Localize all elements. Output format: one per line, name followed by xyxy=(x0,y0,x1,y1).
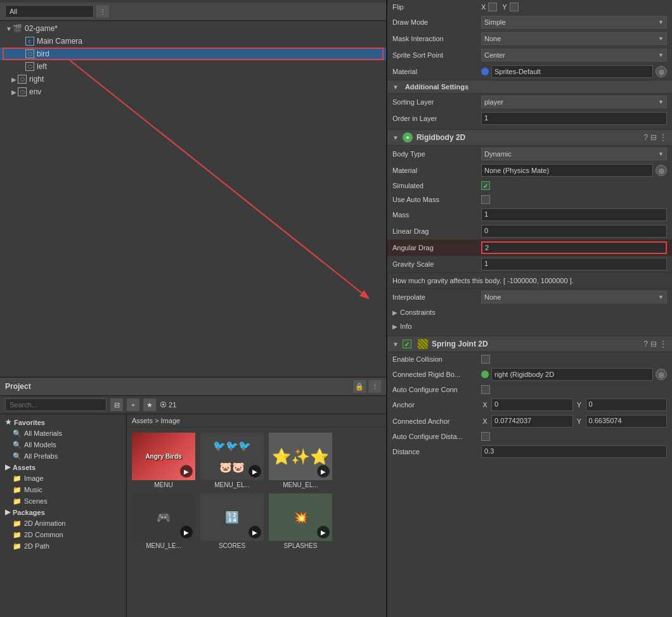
connected-rb-picker[interactable]: ◎ xyxy=(656,369,667,380)
menu-el2-play-button[interactable]: ▶ xyxy=(317,465,330,478)
2d-common-label: 2D Common xyxy=(24,531,63,538)
order-in-layer-input[interactable]: 1 xyxy=(481,112,667,125)
sidebar-all-prefabs[interactable]: 🔍 All Prefabs xyxy=(0,450,126,462)
interpolate-arrow-icon: ▼ xyxy=(658,294,664,300)
sidebar-scenes-folder[interactable]: 📁 Scenes xyxy=(0,495,126,507)
use-auto-mass-row: Use Auto Mass xyxy=(387,193,672,207)
draw-mode-dropdown[interactable]: Simple ▼ xyxy=(481,16,667,29)
gravity-scale-label: Gravity Scale xyxy=(392,260,481,268)
mass-row: Mass 1 xyxy=(387,207,672,223)
body-type-dropdown[interactable]: Dynamic ▼ xyxy=(481,148,667,160)
physics-material-input[interactable]: None (Physics Mate) xyxy=(481,164,653,177)
gravity-scale-input[interactable]: 1 xyxy=(481,258,667,270)
flip-x-checkbox[interactable] xyxy=(488,3,497,11)
menu-le-play-button[interactable]: ▶ xyxy=(180,526,193,538)
auto-configure-distance-row: Auto Configure Dista... xyxy=(387,429,672,443)
draw-mode-text: Simple xyxy=(484,18,506,26)
menu-el1-play-button[interactable]: ▶ xyxy=(249,465,261,478)
bird-label: bird xyxy=(37,49,49,58)
sidebar-image-folder[interactable]: 📁 Image xyxy=(0,473,126,484)
sj-enabled-checkbox[interactable]: ✓ xyxy=(403,340,411,348)
connected-rb-input[interactable]: right (Rigidbody 2D xyxy=(491,368,653,381)
sprite-sort-point-row: Sprite Sort Point Center ▼ xyxy=(387,47,672,63)
sprite-sort-point-dropdown[interactable]: Center ▼ xyxy=(481,49,667,61)
asset-menu-el1[interactable]: 🐦🐦🐦 🐷🐷 ▶ MENU_EL... xyxy=(200,433,264,488)
sj-help-button[interactable]: ? xyxy=(643,340,648,348)
anchor-value: X 0 Y 0 xyxy=(481,398,667,411)
mask-interaction-text: None xyxy=(484,35,501,42)
sj-settings-button[interactable]: ⊟ xyxy=(650,340,657,348)
sidebar-2d-common[interactable]: 📁 2D Common xyxy=(0,529,126,540)
distance-input[interactable]: 0.3 xyxy=(481,445,667,458)
sidebar-favorites-header[interactable]: ★ Favorites xyxy=(0,417,126,428)
anchor-y-input[interactable]: 0 xyxy=(586,398,668,411)
body-type-label: Body Type xyxy=(392,150,481,158)
body-type-text: Dynamic xyxy=(484,150,512,158)
asset-scores[interactable]: 🔢 ▶ SCORES xyxy=(200,493,264,549)
mask-interaction-dropdown[interactable]: None ▼ xyxy=(481,32,667,45)
angular-drag-input[interactable]: 2 xyxy=(481,241,667,254)
sidebar-all-materials[interactable]: 🔍 All Materials xyxy=(0,428,126,439)
angular-drag-row: Angular Drag 2 xyxy=(387,239,672,256)
use-auto-mass-checkbox[interactable] xyxy=(481,195,490,204)
constraints-row[interactable]: ▶ Constraints xyxy=(387,305,672,319)
physics-material-picker[interactable]: ◎ xyxy=(656,165,667,176)
mass-input[interactable]: 1 xyxy=(481,208,667,221)
connected-anchor-x-input[interactable]: 0.07742037 xyxy=(491,415,573,428)
hierarchy-item-bird[interactable]: ⬡ bird xyxy=(0,48,386,60)
hierarchy-options-button[interactable]: ⋮ xyxy=(96,5,109,18)
material-input[interactable]: Sprites-Default xyxy=(491,65,653,78)
hierarchy-item-left[interactable]: ⬡ left xyxy=(0,60,386,73)
flip-y-checkbox[interactable] xyxy=(510,3,519,11)
auto-configure-conn-checkbox[interactable] xyxy=(481,385,490,394)
sidebar-2d-animation[interactable]: 📁 2D Animation xyxy=(0,518,126,529)
asset-splashes[interactable]: 💥 ▶ SPLASHES xyxy=(269,493,332,549)
rb-more-button[interactable]: ⋮ xyxy=(659,133,667,142)
project-lock-button[interactable]: 🔒 xyxy=(353,380,366,393)
auto-configure-distance-checkbox[interactable] xyxy=(481,432,490,441)
simulated-checkbox[interactable]: ✓ xyxy=(481,181,490,190)
project-add-button[interactable]: + xyxy=(127,398,139,411)
hierarchy-item-right[interactable]: ▶ ⬡ right xyxy=(0,73,386,86)
scenes-folder-icon: 📁 xyxy=(13,497,22,506)
sidebar-music-folder[interactable]: 📁 Music xyxy=(0,484,126,495)
project-star-button[interactable]: ★ xyxy=(143,398,156,411)
anchor-x-input[interactable]: 0 xyxy=(491,398,573,411)
sidebar-packages-header[interactable]: ▶ Packages xyxy=(0,507,126,518)
connected-anchor-y-input[interactable]: 0.6635074 xyxy=(586,415,668,428)
sorting-layer-dropdown[interactable]: player ▼ xyxy=(481,96,667,108)
project-more-button[interactable]: ⋮ xyxy=(368,380,381,393)
order-in-layer-text: 1 xyxy=(484,114,488,122)
linear-drag-input[interactable]: 0 xyxy=(481,225,667,238)
scores-play-button[interactable]: ▶ xyxy=(249,526,261,538)
asset-menu-el2[interactable]: ⭐✨⭐ ▶ MENU_EL... xyxy=(269,433,332,488)
left-panel: ⋮ ▼ 🎬 02-game* C Main Camera xyxy=(0,0,387,617)
sidebar-assets-header[interactable]: ▶ Assets xyxy=(0,462,126,473)
flip-label: Flip xyxy=(392,3,481,11)
distance-text: 0.3 xyxy=(484,447,494,455)
sidebar-2d-path[interactable]: 📁 2D Path xyxy=(0,540,126,552)
rb-settings-button[interactable]: ⊟ xyxy=(650,133,657,142)
rb-help-button[interactable]: ? xyxy=(643,133,648,142)
material-value-container: Sprites-Default ◎ xyxy=(481,65,667,78)
hierarchy-item-scene[interactable]: ▼ 🎬 02-game* xyxy=(0,22,386,35)
mask-interaction-arrow-icon: ▼ xyxy=(658,35,664,42)
all-materials-label: All Materials xyxy=(24,429,62,437)
hierarchy-item-main-camera[interactable]: C Main Camera xyxy=(0,35,386,48)
splashes-play-button[interactable]: ▶ xyxy=(317,526,330,538)
flip-y-label: Y xyxy=(502,3,507,11)
hierarchy-search[interactable] xyxy=(5,5,94,18)
info-row[interactable]: ▶ Info xyxy=(387,319,672,333)
enable-collision-checkbox[interactable] xyxy=(481,355,490,364)
project-search-input[interactable] xyxy=(5,398,107,411)
menu-play-button[interactable]: ▶ xyxy=(180,465,193,478)
project-grid-button[interactable]: ⊟ xyxy=(110,398,123,411)
sidebar-all-models[interactable]: 🔍 All Models xyxy=(0,439,126,450)
material-picker-button[interactable]: ◎ xyxy=(656,66,667,77)
sj-more-button[interactable]: ⋮ xyxy=(659,340,667,348)
asset-menu[interactable]: Angry Birds ▶ MENU xyxy=(132,433,195,488)
asset-menu-le[interactable]: 🎮 ▶ MENU_LE... xyxy=(132,493,195,549)
interpolate-dropdown[interactable]: None ▼ xyxy=(481,291,667,303)
simulated-row: Simulated ✓ xyxy=(387,179,672,193)
hierarchy-item-env[interactable]: ▶ ⬡ env xyxy=(0,86,386,98)
